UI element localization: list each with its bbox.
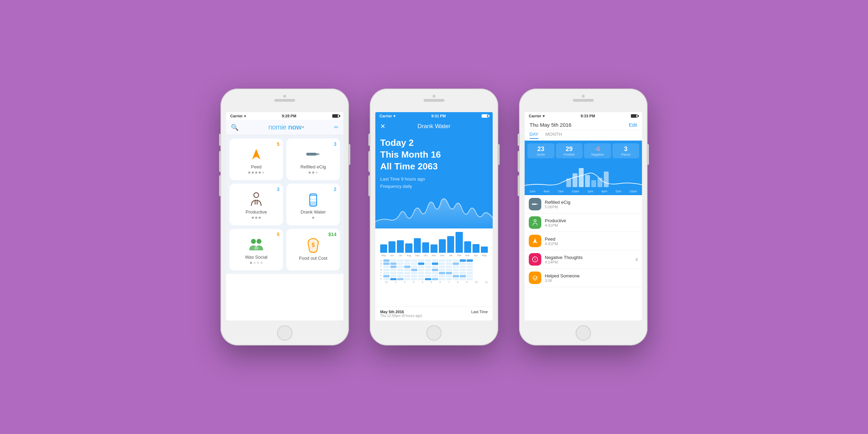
dot: [259, 217, 261, 219]
edit-icon-1[interactable]: ✏: [334, 124, 339, 131]
svg-rect-86: [446, 272, 452, 274]
time-4am: 4am: [543, 190, 550, 193]
svg-rect-108: [467, 275, 473, 277]
svg-rect-62: [425, 262, 431, 265]
card-peed[interactable]: 5 Peed: [229, 139, 283, 180]
time-1am: 1am: [529, 190, 536, 193]
list-item-negative[interactable]: ! Negative Thoughts 4:14PM 4: [525, 250, 642, 269]
month-label: This Month: [380, 149, 428, 160]
svg-rect-76: [439, 262, 445, 265]
tab-month[interactable]: MONTH: [545, 132, 562, 139]
card-ecig[interactable]: 3 Refilled eCig: [286, 139, 340, 180]
time-7am: 7am: [558, 190, 564, 193]
home-button-1[interactable]: [277, 325, 292, 341]
dot: [262, 172, 264, 174]
footer-sub: Thu 12:50pm (9 hours ago): [380, 314, 422, 318]
card-productive[interactable]: 3 Productive: [229, 184, 283, 225]
social-count: 5: [277, 232, 279, 237]
productive-label: Productive: [245, 209, 267, 215]
side-button-left-top-3: [518, 134, 519, 146]
svg-rect-12: [310, 201, 317, 206]
bar: [389, 241, 395, 253]
dot: [260, 262, 262, 264]
card-water[interactable]: 2 Drank Water: [286, 184, 340, 225]
month-stat: This Month 16: [380, 149, 488, 161]
phone3-list: Refilled eCig 5:06PM Productive: [525, 195, 642, 320]
productive-count: 3: [277, 186, 279, 192]
time-1: 9:28 PM: [282, 114, 297, 118]
negative-list-info: Negative Thoughts 4:14PM: [545, 255, 635, 264]
day-label: F: [380, 275, 382, 277]
speaker-2: [424, 99, 444, 102]
phones-container: Carrier ▾ 9:28 PM 🔍 nomie now ▾ ✏: [220, 89, 648, 345]
card-food[interactable]: $14 $ Food out Cost: [286, 229, 340, 270]
ecig-count: 3: [334, 141, 336, 147]
heatmap-svg: [383, 259, 484, 280]
list-item-helped[interactable]: Helped Someone 3:06: [525, 269, 642, 287]
svg-rect-112: [579, 168, 584, 187]
bar-label: May: [481, 254, 488, 257]
svg-rect-85: [446, 269, 452, 271]
water-dots: [312, 217, 314, 219]
status-bar-1: Carrier ▾ 9:28 PM: [226, 112, 343, 120]
day-label: T: [380, 266, 382, 268]
list-item-productive[interactable]: Productive 4:41PM: [525, 214, 642, 232]
svg-rect-50: [411, 269, 417, 271]
phone3-edit-btn[interactable]: Edit: [629, 122, 637, 128]
status-left-2: Carrier ▾: [379, 114, 395, 118]
water-count: 2: [334, 186, 336, 192]
search-icon-1[interactable]: 🔍: [231, 124, 239, 131]
phone3-header: Thu May 5th 2016 Edit: [525, 120, 642, 130]
svg-rect-2: [317, 153, 319, 155]
list-item-ecig[interactable]: Refilled eCig 5:06PM: [525, 195, 642, 214]
svg-rect-84: [446, 266, 452, 268]
bar: [473, 244, 479, 253]
productive-icon: [248, 191, 265, 208]
home-button-3[interactable]: [576, 325, 591, 341]
svg-rect-70: [432, 266, 438, 268]
dot: [248, 172, 250, 174]
food-label: Food out Cost: [299, 256, 327, 261]
svg-rect-100: [460, 272, 466, 274]
num-label: 3: [413, 281, 414, 283]
nav-bar-1: 🔍 nomie now ▾ ✏: [226, 120, 343, 135]
svg-rect-60: [418, 278, 424, 280]
svg-rect-66: [425, 275, 431, 277]
dropdown-arrow[interactable]: ▾: [302, 125, 304, 130]
close-button-2[interactable]: ✕: [380, 123, 390, 130]
places-val: 3: [614, 145, 638, 153]
positive-lbl: Positive: [557, 153, 582, 156]
svg-rect-43: [404, 269, 410, 271]
home-button-2[interactable]: [426, 325, 442, 341]
svg-rect-74: [432, 278, 438, 280]
svg-rect-23: [383, 272, 390, 274]
battery-1: [332, 114, 339, 118]
helped-list-icon: [529, 272, 541, 284]
peed-label: Peed: [251, 164, 261, 169]
svg-text:$: $: [312, 242, 315, 248]
bar-label: Nov: [431, 254, 437, 257]
svg-rect-42: [404, 266, 410, 268]
productive-list-info: Productive 4:41PM: [545, 218, 638, 227]
time-10am: 10am: [571, 190, 579, 193]
svg-rect-93: [453, 272, 459, 274]
negative-lbl: Negative: [585, 153, 610, 156]
bar: [414, 238, 421, 253]
num-label: 11: [485, 281, 488, 283]
stat-places: 3 Places: [612, 143, 640, 158]
list-item-peed[interactable]: Peed 4:41PM: [525, 232, 642, 250]
today-stat: Today 2: [380, 137, 488, 149]
svg-rect-59: [418, 275, 424, 277]
svg-rect-31: [390, 275, 397, 277]
peed-icon: [248, 145, 265, 163]
svg-rect-40: [404, 259, 410, 262]
tab-day[interactable]: DAY: [529, 132, 539, 139]
bar-label: Oct: [422, 254, 429, 257]
svg-point-120: [534, 219, 536, 222]
phone3-content: Carrier ▾ 9:33 PM Thu May 5th 2016 Edit: [525, 112, 642, 320]
card-social[interactable]: 5 ... Was Social: [229, 229, 283, 270]
svg-rect-22: [383, 269, 390, 271]
bar-chart: [380, 232, 488, 253]
svg-rect-65: [425, 272, 431, 274]
alltime-label: All Time: [380, 161, 415, 172]
